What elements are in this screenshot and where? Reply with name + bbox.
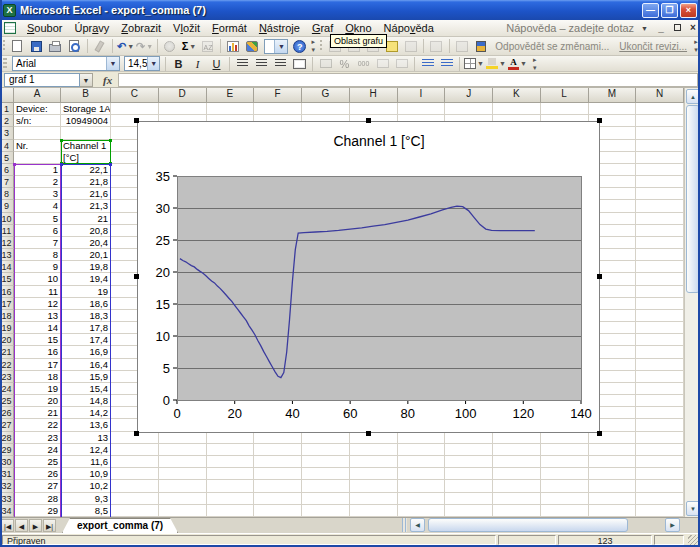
- cell[interactable]: [302, 444, 350, 456]
- send-mail-icon[interactable]: [452, 38, 471, 55]
- borders-icon[interactable]: ▼: [463, 55, 485, 72]
- autosum-icon[interactable]: Σ▼: [179, 38, 198, 55]
- cell[interactable]: [493, 505, 541, 517]
- cell[interactable]: 28: [14, 493, 61, 505]
- cell[interactable]: 10,2: [61, 480, 111, 492]
- cell[interactable]: [159, 480, 207, 492]
- thousands-icon[interactable]: 000: [354, 55, 373, 72]
- row-header-32[interactable]: 32: [0, 480, 14, 492]
- chart-wizard-icon[interactable]: [224, 38, 243, 55]
- cell[interactable]: [61, 127, 111, 139]
- cell[interactable]: 6: [14, 225, 61, 237]
- name-box-dropdown[interactable]: ▼: [80, 73, 93, 87]
- column-header-K[interactable]: K: [493, 88, 541, 103]
- cell[interactable]: [398, 444, 446, 456]
- cell[interactable]: 10,9: [61, 468, 111, 480]
- cell[interactable]: [398, 505, 446, 517]
- hyperlink-icon[interactable]: [160, 38, 179, 55]
- cell[interactable]: [636, 188, 684, 200]
- increase-indent-icon[interactable]: [437, 55, 456, 72]
- last-sheet-icon[interactable]: ▶|: [43, 519, 56, 532]
- cell[interactable]: [636, 480, 684, 492]
- format-painter-icon[interactable]: [90, 38, 109, 55]
- cell[interactable]: [159, 456, 207, 468]
- cell[interactable]: 18,6: [61, 298, 111, 310]
- cell[interactable]: [159, 468, 207, 480]
- cell[interactable]: [254, 456, 302, 468]
- cell[interactable]: 21,8: [61, 176, 111, 188]
- cell[interactable]: [589, 103, 637, 115]
- column-header-A[interactable]: A: [14, 88, 61, 103]
- cell[interactable]: [445, 505, 493, 517]
- scroll-right-icon[interactable]: ▶: [665, 518, 680, 532]
- cell[interactable]: 9: [14, 261, 61, 273]
- chart-handle[interactable]: [597, 274, 602, 279]
- cell[interactable]: 11: [14, 286, 61, 298]
- reply-with-changes-icon[interactable]: [471, 38, 490, 55]
- cell[interactable]: [636, 432, 684, 444]
- horizontal-scrollbar[interactable]: ◀ ▶: [410, 518, 682, 532]
- row-header-18[interactable]: 18: [0, 310, 14, 322]
- cell[interactable]: 25: [14, 456, 61, 468]
- cell[interactable]: [636, 359, 684, 371]
- cell[interactable]: [636, 237, 684, 249]
- column-header-I[interactable]: I: [398, 88, 446, 103]
- cell[interactable]: [541, 505, 589, 517]
- cell[interactable]: [636, 127, 684, 139]
- cell[interactable]: [111, 505, 159, 517]
- cell[interactable]: [445, 456, 493, 468]
- menu-zobrazit[interactable]: Zobrazit: [115, 20, 167, 36]
- cell[interactable]: [636, 249, 684, 261]
- column-header-M[interactable]: M: [589, 88, 637, 103]
- undo-icon[interactable]: ↶▼: [116, 38, 135, 55]
- cell[interactable]: [398, 468, 446, 480]
- cell[interactable]: Channel 1: [61, 140, 111, 152]
- cell[interactable]: 17,4: [61, 334, 111, 346]
- tab-split-handle[interactable]: [402, 518, 407, 532]
- cell[interactable]: 8,5: [61, 505, 111, 517]
- cell[interactable]: 20,8: [61, 225, 111, 237]
- cell[interactable]: [636, 407, 684, 419]
- cell[interactable]: [493, 456, 541, 468]
- cell[interactable]: 17: [14, 359, 61, 371]
- cell[interactable]: [302, 505, 350, 517]
- row-header-33[interactable]: 33: [0, 493, 14, 505]
- cell[interactable]: 9,3: [61, 493, 111, 505]
- cell[interactable]: 27: [14, 480, 61, 492]
- cell[interactable]: 14: [14, 322, 61, 334]
- cell[interactable]: 17,8: [61, 322, 111, 334]
- cell[interactable]: [541, 493, 589, 505]
- cell[interactable]: 12,4: [61, 444, 111, 456]
- italic-button[interactable]: I: [188, 55, 207, 72]
- row-header-7[interactable]: 7: [0, 176, 14, 188]
- next-sheet-icon[interactable]: ▶: [29, 519, 42, 532]
- cell[interactable]: 24: [14, 444, 61, 456]
- cell[interactable]: [254, 493, 302, 505]
- row-header-8[interactable]: 8: [0, 188, 14, 200]
- percent-icon[interactable]: %: [335, 55, 354, 72]
- column-header-E[interactable]: E: [207, 88, 255, 103]
- restore-button[interactable]: ❐: [661, 3, 678, 18]
- cell[interactable]: 4: [14, 200, 61, 212]
- cell[interactable]: 21,3: [61, 200, 111, 212]
- sheet-tab-active[interactable]: export_comma (7): [62, 518, 178, 533]
- cell[interactable]: [445, 444, 493, 456]
- cell[interactable]: 22: [14, 419, 61, 431]
- column-header-F[interactable]: F: [254, 88, 302, 103]
- cell[interactable]: 20,1: [61, 249, 111, 261]
- increase-decimal-icon[interactable]: [373, 55, 392, 72]
- cell[interactable]: [350, 480, 398, 492]
- chart[interactable]: 05101520253035020406080100120140Channel …: [137, 121, 600, 433]
- row-header-31[interactable]: 31: [0, 468, 14, 480]
- cell[interactable]: [636, 140, 684, 152]
- decrease-decimal-icon[interactable]: [392, 55, 411, 72]
- cell[interactable]: s/n:: [14, 115, 61, 127]
- cell[interactable]: [589, 505, 637, 517]
- chart-handle[interactable]: [597, 431, 602, 436]
- cell[interactable]: Device:: [14, 103, 61, 115]
- cell[interactable]: Nr.: [14, 140, 61, 152]
- cell[interactable]: [111, 444, 159, 456]
- cell[interactable]: [207, 103, 255, 115]
- cell[interactable]: [398, 480, 446, 492]
- chart-handle[interactable]: [597, 118, 602, 123]
